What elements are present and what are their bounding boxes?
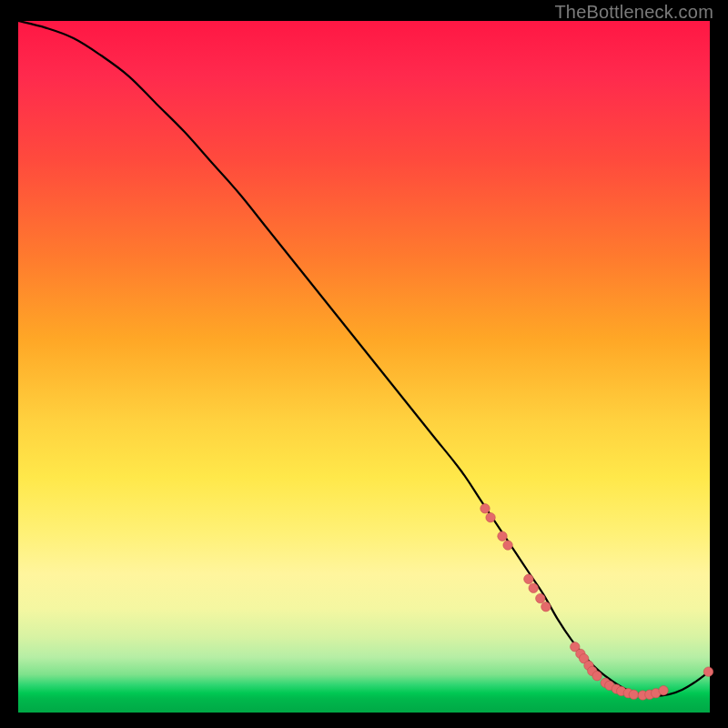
bottleneck-curve xyxy=(18,21,710,696)
curve-marker xyxy=(703,667,713,676)
curve-marker xyxy=(480,504,490,513)
plot-area xyxy=(18,21,710,713)
curve-markers xyxy=(480,504,713,701)
curve-marker xyxy=(659,685,668,694)
curve-marker xyxy=(592,672,602,681)
chart-frame: TheBottleneck.com xyxy=(0,0,728,728)
curve-marker xyxy=(529,583,538,592)
curve-marker xyxy=(629,690,638,699)
attribution-text: TheBottleneck.com xyxy=(554,2,713,23)
curve-marker xyxy=(541,602,551,612)
curve-marker xyxy=(536,593,545,602)
curve-marker xyxy=(486,512,495,521)
curve-layer xyxy=(18,21,710,713)
curve-marker xyxy=(524,574,533,583)
curve-marker xyxy=(498,531,507,541)
curve-marker xyxy=(503,541,512,550)
